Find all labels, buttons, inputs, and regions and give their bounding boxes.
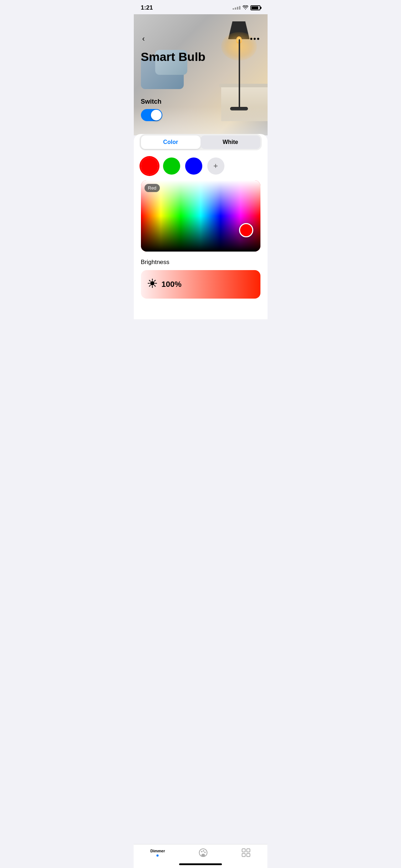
status-time: 1:21	[141, 4, 153, 11]
color-picker-cursor[interactable]	[239, 223, 253, 237]
tabs-container: Color White	[139, 134, 262, 150]
brightness-label: Brightness	[141, 259, 260, 266]
brightness-section: Brightness 100%	[134, 259, 268, 299]
svg-line-6	[154, 285, 155, 286]
more-button[interactable]: •••	[250, 34, 260, 43]
battery-icon	[250, 5, 260, 10]
lamp-pole	[239, 39, 240, 110]
swatch-green[interactable]	[163, 157, 180, 175]
wifi-icon	[243, 5, 248, 11]
swatch-blue[interactable]	[185, 157, 202, 175]
add-swatch-button[interactable]: +	[207, 157, 224, 175]
toggle-knob	[151, 110, 162, 120]
back-button[interactable]: ‹	[141, 33, 146, 45]
top-navigation: ‹ •••	[134, 33, 268, 45]
brightness-slider[interactable]: 100%	[141, 270, 260, 299]
tab-white[interactable]: White	[200, 135, 260, 149]
switch-label: Switch	[141, 98, 162, 105]
swatches-row: +	[134, 157, 268, 175]
tab-color[interactable]: Color	[141, 135, 201, 149]
color-gradient[interactable]: Red	[141, 180, 260, 252]
page-title: Smart Bulb	[141, 50, 205, 64]
svg-line-5	[149, 280, 150, 281]
signal-icon	[233, 6, 240, 10]
main-card: Color White + Red Brightness	[134, 134, 268, 319]
hero-section: ‹ ••• Smart Bulb Switch	[134, 14, 268, 135]
brightness-value: 100%	[162, 280, 182, 289]
switch-section: Switch	[141, 98, 162, 121]
svg-line-7	[154, 280, 155, 281]
svg-line-8	[149, 285, 150, 286]
swatch-red[interactable]	[141, 157, 158, 175]
status-bar: 1:21	[134, 0, 268, 14]
svg-point-0	[150, 281, 154, 285]
sun-icon	[147, 278, 157, 290]
color-label-badge: Red	[144, 184, 160, 192]
color-picker[interactable]: Red	[141, 180, 260, 252]
power-toggle[interactable]	[141, 109, 162, 121]
status-icons	[233, 5, 260, 11]
